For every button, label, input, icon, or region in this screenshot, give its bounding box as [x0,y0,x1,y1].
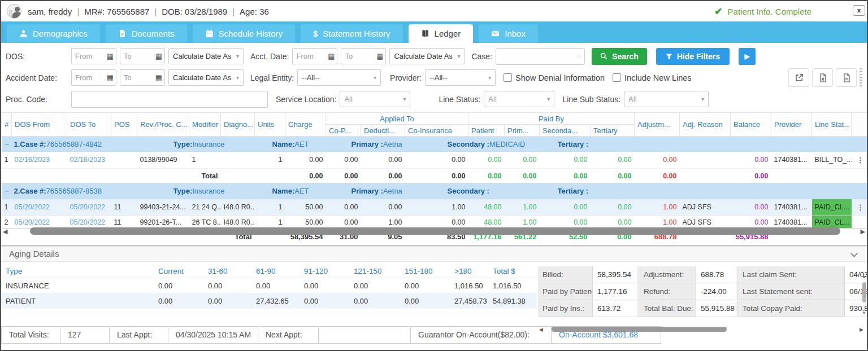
col-header-modifier[interactable]: Modifier [189,113,221,137]
scroll-right-arrow[interactable]: ▶ [861,228,865,235]
col-header-copay[interactable]: Co-P... [326,125,361,137]
col-header-primary[interactable]: Prim... [505,125,540,137]
col-header-balance[interactable]: Balance [731,113,771,137]
line-status-dropdown[interactable]: All ▾ [484,91,554,107]
col-header-line-status[interactable]: Line Stat... [812,113,852,137]
filter-row-2: Accident Date: ▦ ▦ Calculate Date As ▾ L… [6,69,862,86]
case-input[interactable] [496,52,576,60]
aging-value: 0.00 [400,278,450,293]
close-button[interactable]: x [853,5,865,16]
show-denial-checkbox[interactable] [504,73,512,82]
col-header-rev-proc[interactable]: Rev./Proc. C... [137,113,189,137]
proc-code-input[interactable] [72,95,267,103]
row-menu-icon[interactable]: ⋮ [852,199,868,216]
cell-paid-patient: 0.00 [468,152,505,169]
cell-dos-to[interactable]: 02/16/2023 [67,152,111,169]
clear-circle-icon[interactable]: ○ [576,52,584,60]
col-header-diagnosis[interactable]: Diagno... [221,113,255,137]
ledger-horizontal-scrollbar[interactable]: ◀ ▶ [3,226,865,236]
summary-vertical-scrollbar[interactable]: ▲ ▼ [862,274,867,319]
calendar-icon[interactable]: ▦ [155,52,164,60]
col-header-adj-reason[interactable]: Adj. Reason [680,113,731,137]
case-type-label: Type: [173,140,193,148]
cell-dos-to[interactable]: 05/20/2022 [67,199,111,216]
chevron-down-icon[interactable] [850,250,858,257]
total-deductible: 0.00 [361,169,405,183]
scrollbar-thumb[interactable] [30,227,840,235]
search-button[interactable]: Search [592,48,647,65]
cell-dos-from[interactable]: 02/16/2023 [12,152,67,169]
col-header-num[interactable]: # [2,113,12,137]
excel-file-icon [818,73,827,82]
summary-horizontal-scrollbar[interactable]: ◀ ▶ [539,326,863,333]
calendar-icon[interactable]: ▦ [107,52,116,60]
provider-dropdown[interactable]: --All-- ▾ [425,69,496,86]
dropdown-value: All [344,95,352,103]
scrollbar-thumb[interactable] [552,327,727,332]
dos-to-input[interactable] [120,52,155,60]
col-header-pos[interactable]: POS [111,113,137,137]
aging-col-over-180: >180 [450,265,488,278]
scroll-left-arrow[interactable]: ◀ [539,327,543,332]
export-excel-button[interactable] [812,68,833,87]
case-primary-segment: Primary :Aetna [351,140,448,148]
col-header-tertiary[interactable]: Tertiary [591,125,635,137]
tab-documents[interactable]: Documents [106,24,187,43]
col-header-provider[interactable]: Provider [771,113,812,137]
accident-to-input[interactable] [120,73,155,82]
total-bal-due-label: Total Bal. Due: [639,300,696,317]
scroll-right-arrow[interactable]: ▶ [860,327,863,332]
col-header-coinsurance[interactable]: Co-Insurance [405,125,468,137]
col-header-dos-to[interactable]: DOS To [67,113,111,137]
scroll-down-arrow[interactable]: ▼ [862,310,866,315]
acct-calculate-date-as-dropdown[interactable]: Calculate Date As ▾ [389,48,465,64]
calendar-icon[interactable]: ▦ [155,73,164,82]
ledger-row: 1 05/20/2022 05/20/2022 11 99403-21-24..… [2,199,868,216]
aging-col-151-180: 151-180 [400,265,450,278]
export-pdf-button[interactable] [836,68,857,87]
service-location-dropdown[interactable]: All ▾ [340,91,410,107]
collapse-icon[interactable]: − [5,187,14,195]
line-sub-status-dropdown[interactable]: All ▾ [624,91,709,107]
col-header-patient[interactable]: Patient [468,125,505,137]
line-status-label: Line Status: [439,95,480,104]
calendar-icon[interactable]: ▦ [328,52,337,60]
scroll-up-arrow[interactable]: ▲ [862,274,866,279]
aging-col-31-60: 31-60 [203,265,251,278]
tab-schedule-history[interactable]: Schedule History [193,24,295,43]
cell-dos-from[interactable]: 05/20/2022 [12,199,67,216]
next-arrow-button[interactable]: ▶ [739,48,756,65]
col-header-adjustment[interactable]: Adjustm... [635,113,680,137]
tab-demographics[interactable]: Demographics [7,24,100,43]
include-new-lines-checkbox[interactable] [613,73,621,82]
acct-date-from-input[interactable] [293,52,328,60]
accident-from-input[interactable] [72,73,107,82]
accident-calculate-date-as-dropdown[interactable]: Calculate Date As ▾ [168,69,244,86]
scrollbar-thumb[interactable] [862,282,866,302]
scroll-left-arrow[interactable]: ◀ [3,228,7,235]
case-number-label: 1.Case #: [14,140,46,148]
col-header-deductible[interactable]: Deducti... [361,125,405,137]
col-header-charge[interactable]: Charge [285,113,326,137]
dos-calculate-date-as-dropdown[interactable]: Calculate Date As ▾ [168,48,244,64]
export-external-link-button[interactable] [788,68,809,87]
col-header-units[interactable]: Units [255,113,285,137]
case-field: ○ [496,48,585,65]
acct-date-to-input[interactable] [341,52,376,60]
tab-ledger[interactable]: Ledger [409,24,474,43]
dos-from-input[interactable] [72,52,107,60]
calendar-icon[interactable]: ▦ [107,73,116,82]
dollar-icon: $ [313,29,318,38]
legal-entity-dropdown[interactable]: --All-- ▾ [297,69,381,86]
tab-statement-history[interactable]: $ Statement History [301,24,403,43]
col-header-secondary[interactable]: Seconda... [540,125,591,137]
dos-from-field: ▦ [71,48,116,64]
aging-type: PATIENT [1,293,154,309]
aging-details-title: Aging Details [9,249,59,258]
tab-inbox[interactable]: Inbox [479,24,538,43]
collapse-icon[interactable]: − [5,140,14,148]
col-header-dos-from[interactable]: DOS From [12,113,67,137]
row-menu-icon[interactable]: ⋮ [852,152,868,169]
calendar-icon[interactable]: ▦ [376,52,385,60]
hide-filters-button[interactable]: Hide Filters [656,48,730,65]
